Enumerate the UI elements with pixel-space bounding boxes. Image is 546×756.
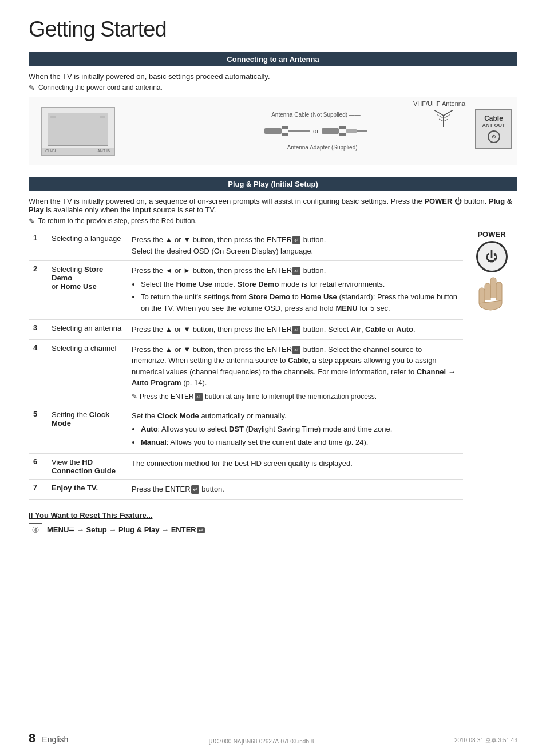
steps-area: POWER ⏻ 1 Selecting a language bbox=[29, 230, 517, 500]
step-7-num: 7 bbox=[29, 480, 47, 500]
footer-left: 8 English bbox=[29, 732, 68, 745]
section2-note: ✎ To return to the previous step, press … bbox=[29, 217, 517, 225]
svg-rect-0 bbox=[264, 128, 282, 134]
section2-header: Plug & Play (Initial Setup) bbox=[29, 177, 517, 191]
step-5-desc: Set the Clock Mode automatically or manu… bbox=[127, 406, 463, 454]
antenna-diagram: CH/BL ANT IN Antenna Cable (Not Supplied… bbox=[29, 97, 517, 165]
step-4-desc: Press the ▲ or ▼ button, then press the … bbox=[127, 339, 463, 406]
svg-rect-2 bbox=[282, 133, 288, 136]
tv-screen bbox=[48, 113, 108, 146]
svg-line-11 bbox=[444, 110, 453, 116]
section-antenna: Connecting to an Antenna When the TV is … bbox=[29, 52, 517, 165]
step-4-action: Selecting a channel bbox=[47, 339, 127, 406]
step-5-action: Setting the Clock Mode bbox=[47, 406, 127, 454]
step-5-row: 5 Setting the Clock Mode Set the Clock M… bbox=[29, 406, 463, 454]
step-6-row: 6 View the HD Connection Guide The conne… bbox=[29, 454, 463, 480]
reset-title: If You Want to Reset This Feature... bbox=[29, 511, 517, 520]
page-lang: English bbox=[42, 735, 68, 744]
svg-line-15 bbox=[444, 119, 448, 121]
svg-line-14 bbox=[439, 119, 444, 121]
connector-svg-2 bbox=[322, 122, 367, 140]
step-6-num: 6 bbox=[29, 454, 47, 480]
power-button-circle: ⏻ bbox=[476, 241, 508, 272]
connector-row-1: or bbox=[264, 122, 367, 140]
section1-intro: When the TV is initially powered on, bas… bbox=[29, 72, 517, 81]
svg-line-10 bbox=[434, 110, 444, 116]
step-3-num: 3 bbox=[29, 320, 47, 340]
vhf-label: VHF/UHF Antenna bbox=[413, 100, 465, 107]
menu-icon-box: ㊜ bbox=[29, 523, 42, 536]
step-2-action: Selecting Store Demoor Home Use bbox=[47, 261, 127, 320]
reset-text: MENU☰ → Setup → Plug & Play → ENTER↵ bbox=[47, 525, 205, 534]
step-1-num: 1 bbox=[29, 230, 47, 261]
step-3-desc: Press the ▲ or ▼ button, then press the … bbox=[127, 320, 463, 340]
step-1-action: Selecting a language bbox=[47, 230, 127, 261]
power-figure: POWER ⏻ bbox=[466, 230, 517, 316]
steps-table: 1 Selecting a language Press the ▲ or ▼ … bbox=[29, 230, 463, 500]
step-6-action: View the HD Connection Guide bbox=[47, 454, 127, 480]
hand-svg bbox=[474, 275, 509, 315]
step-2-desc: Press the ◄ or ► button, then press the … bbox=[127, 261, 463, 320]
svg-rect-7 bbox=[346, 129, 357, 133]
tv-sketch: CH/BL ANT IN bbox=[41, 107, 115, 156]
page-footer: 8 English [UC7000-NA]BN68-02627A-07L03.i… bbox=[29, 732, 517, 745]
step-1-desc: Press the ▲ or ▼ button, then press the … bbox=[127, 230, 463, 261]
step-1-row: 1 Selecting a language Press the ▲ or ▼ … bbox=[29, 230, 463, 261]
ant-circle: ⊙ bbox=[488, 130, 500, 143]
section-plug-play: Plug & Play (Initial Setup) When the TV … bbox=[29, 177, 517, 536]
step-2-row: 2 Selecting Store Demoor Home Use Press … bbox=[29, 261, 463, 320]
page-number: 8 bbox=[29, 731, 35, 745]
step-7-row: 7 Enjoy the TV. Press the ENTER↵ button. bbox=[29, 480, 463, 500]
step-4-num: 4 bbox=[29, 339, 47, 406]
adapter-label: —— Antenna Adapter (Supplied) bbox=[274, 144, 357, 151]
svg-rect-5 bbox=[339, 126, 346, 129]
cable-top: Antenna Cable (Not Supplied) —— or bbox=[264, 112, 367, 151]
svg-rect-6 bbox=[339, 133, 346, 136]
reset-content: ㊜ MENU☰ → Setup → Plug & Play → ENTER↵ bbox=[29, 523, 517, 536]
step-4-row: 4 Selecting a channel Press the ▲ or ▼ b… bbox=[29, 339, 463, 406]
note-icon-step4: ✎ bbox=[132, 391, 137, 402]
step-2-num: 2 bbox=[29, 261, 47, 320]
section1-header: Connecting to an Antenna bbox=[29, 52, 517, 66]
note-icon: ✎ bbox=[29, 84, 35, 92]
svg-rect-4 bbox=[322, 128, 339, 134]
or-text: or bbox=[313, 128, 319, 134]
reset-section: If You Want to Reset This Feature... ㊜ M… bbox=[29, 511, 517, 536]
vhf-antenna-symbol bbox=[431, 110, 457, 129]
step-6-desc: The connection method for the best HD sc… bbox=[127, 454, 463, 480]
step-4-note: ✎ Press the ENTER↵ button at any time to… bbox=[132, 391, 458, 402]
step-5-num: 5 bbox=[29, 406, 47, 454]
power-label: POWER bbox=[466, 230, 517, 239]
step-3-action: Selecting an antenna bbox=[47, 320, 127, 340]
step-3-row: 3 Selecting an antenna Press the ▲ or ▼ … bbox=[29, 320, 463, 340]
section1-note: ✎ Connecting the power cord and antenna. bbox=[29, 84, 517, 92]
svg-rect-1 bbox=[282, 126, 288, 129]
page-title: Getting Started bbox=[29, 17, 517, 42]
note-icon-2: ✎ bbox=[29, 217, 35, 225]
antenna-cable-label: Antenna Cable (Not Supplied) —— bbox=[271, 112, 361, 118]
step-7-action: Enjoy the TV. bbox=[47, 480, 127, 500]
tv-bottom-bar: CH/BL ANT IN bbox=[42, 148, 114, 155]
cable-label: Cable bbox=[484, 114, 503, 122]
ant-out-label: ANT OUT bbox=[482, 122, 505, 128]
page-content: Getting Started Connecting to an Antenna… bbox=[0, 0, 546, 756]
section2-intro: When the TV is initially powered on, a s… bbox=[29, 197, 517, 214]
step-7-desc: Press the ENTER↵ button. bbox=[127, 480, 463, 500]
footer-file-info: [UC7000-NA]BN68-02627A-07L03.indb 8 bbox=[209, 738, 314, 745]
connector-svg-1 bbox=[264, 122, 310, 140]
cable-box: Cable ANT OUT ⊙ bbox=[475, 109, 512, 149]
footer-date-info: 2010-08-31 오후 3:51 43 bbox=[454, 737, 517, 745]
